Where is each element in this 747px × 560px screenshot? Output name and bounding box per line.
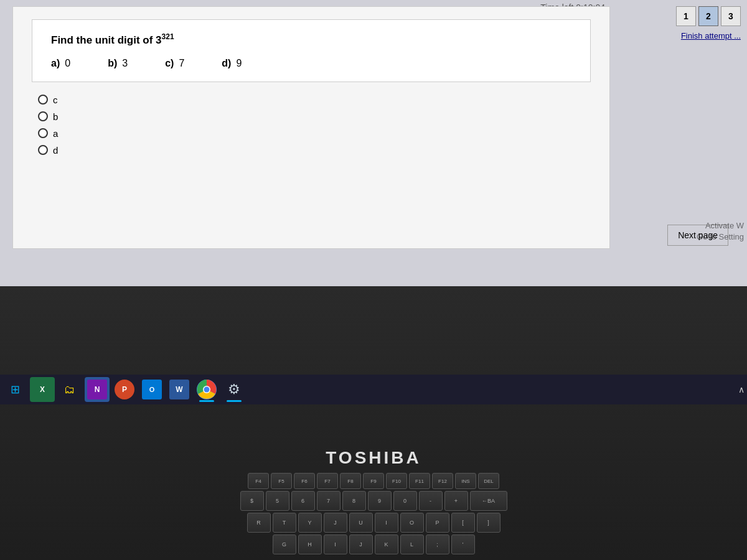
key-5[interactable]: 5 <box>266 491 289 511</box>
radio-label-b: b <box>53 111 58 122</box>
steam-active-indicator <box>227 400 242 402</box>
page-btn-2[interactable]: 2 <box>698 6 718 26</box>
radio-option-c[interactable]: c <box>38 95 591 105</box>
taskbar-excel-icon[interactable]: X <box>30 377 55 402</box>
svg-point-4 <box>204 387 210 393</box>
taskbar-word-icon[interactable]: W <box>167 377 192 402</box>
key-del[interactable]: DEL <box>478 473 499 489</box>
key-p[interactable]: P <box>426 513 449 533</box>
fn-key-row: F4 F5 F6 F7 F8 F9 F10 F11 F12 INS DEL <box>12 473 735 489</box>
key-f8[interactable]: F8 <box>340 473 361 489</box>
key-k[interactable]: K <box>375 534 398 554</box>
key-backspace[interactable]: ←BA <box>470 491 507 511</box>
key-bracket-r[interactable]: ] <box>477 513 500 533</box>
key-dash[interactable]: - <box>419 491 443 511</box>
radio-circle-c <box>38 95 48 105</box>
key-o[interactable]: O <box>400 513 424 533</box>
key-g[interactable]: G <box>273 534 296 554</box>
onenote-icon: N <box>87 380 107 399</box>
taskbar-chevron-up[interactable]: ∧ <box>738 385 745 394</box>
chrome-active-indicator <box>199 400 214 402</box>
radio-circle-a <box>38 128 48 138</box>
taskbar-chrome-icon[interactable] <box>194 377 219 402</box>
key-6[interactable]: 6 <box>291 491 315 511</box>
taskbar-onenote-icon[interactable]: N <box>85 377 110 402</box>
key-7[interactable]: 7 <box>317 491 341 511</box>
key-ins[interactable]: INS <box>455 473 476 489</box>
exponent: 321 <box>162 32 174 41</box>
key-u[interactable]: U <box>349 513 373 533</box>
quiz-container: Find the unit digit of 3321 a) 0 b) 3 c)… <box>12 6 610 249</box>
radio-circle-d <box>38 145 48 155</box>
key-f5[interactable]: F5 <box>271 473 292 489</box>
finish-attempt-button[interactable]: Finish attempt ... <box>681 31 741 40</box>
radio-label-c: c <box>53 95 58 105</box>
key-f12[interactable]: F12 <box>432 473 453 489</box>
key-l[interactable]: L <box>400 534 424 554</box>
key-j[interactable]: J <box>324 513 347 533</box>
folder-icon: 🗂 <box>64 383 75 396</box>
screen: Time left 0:10:04 Find the unit digit of… <box>0 0 747 286</box>
key-8[interactable]: 8 <box>342 491 366 511</box>
option-d-value: 9 <box>236 58 242 69</box>
right-sidebar: 1 2 3 Finish attempt ... <box>622 0 747 249</box>
steam-icon: ⚙ <box>228 381 240 398</box>
outlook-icon: O <box>142 380 162 399</box>
key-h[interactable]: H <box>298 534 322 554</box>
radio-options-group: c b a d <box>32 95 591 156</box>
windows-icon: ⊞ <box>11 383 20 396</box>
question-title: Find the unit digit of 3321 <box>51 32 571 47</box>
taskbar-powerpoint-icon[interactable]: P <box>112 377 137 402</box>
option-b-letter: b) <box>108 58 117 69</box>
option-c-letter: c) <box>165 58 174 69</box>
radio-option-a[interactable]: a <box>38 128 591 139</box>
taskbar-outlook-icon[interactable]: O <box>139 377 164 402</box>
key-i2[interactable]: I <box>324 534 347 554</box>
key-0[interactable]: 0 <box>393 491 417 511</box>
key-j2[interactable]: J <box>349 534 373 554</box>
key-9[interactable]: 9 <box>368 491 392 511</box>
laptop-keyboard-area: TOSHIBA F4 F5 F6 F7 F8 F9 F10 F11 F12 IN… <box>0 286 747 560</box>
qwerty-row: R T Y J U I O P [ ] <box>12 513 735 533</box>
key-f4[interactable]: F4 <box>248 473 269 489</box>
activate-windows-watermark: Activate W Go to Setting <box>697 220 744 243</box>
option-a-letter: a) <box>51 58 60 69</box>
key-y[interactable]: Y <box>298 513 322 533</box>
key-dollar[interactable]: $ <box>240 491 264 511</box>
page-numbers: 1 2 3 <box>676 6 741 26</box>
key-bracket-l[interactable]: [ <box>451 513 475 533</box>
option-d: d) 9 <box>222 58 242 69</box>
key-f9[interactable]: F9 <box>363 473 384 489</box>
option-a-value: 0 <box>65 58 70 69</box>
key-f10[interactable]: F10 <box>386 473 407 489</box>
page-btn-1[interactable]: 1 <box>676 6 696 26</box>
options-row: a) 0 b) 3 c) 7 d) 9 <box>51 58 571 69</box>
taskbar-windows-button[interactable]: ⊞ <box>2 377 27 402</box>
option-a: a) 0 <box>51 58 70 69</box>
key-r[interactable]: R <box>247 513 271 533</box>
excel-icon: X <box>40 385 45 394</box>
powerpoint-icon: P <box>115 380 134 399</box>
radio-circle-b <box>38 111 48 121</box>
key-t[interactable]: T <box>273 513 296 533</box>
key-i[interactable]: I <box>375 513 398 533</box>
key-semicolon[interactable]: ; <box>426 534 449 554</box>
taskbar-steam-icon[interactable]: ⚙ <box>222 377 247 402</box>
taskbar-folder-icon[interactable]: 🗂 <box>57 377 82 402</box>
taskbar: ⊞ X 🗂 N P O W <box>0 375 747 404</box>
key-f7[interactable]: F7 <box>317 473 338 489</box>
key-quote[interactable]: ' <box>451 534 475 554</box>
key-f11[interactable]: F11 <box>409 473 430 489</box>
option-b: b) 3 <box>108 58 128 69</box>
toshiba-brand-label: TOSHIBA <box>326 448 421 468</box>
radio-option-b[interactable]: b <box>38 111 591 122</box>
page-btn-3[interactable]: 3 <box>721 6 741 26</box>
keyboard: F4 F5 F6 F7 F8 F9 F10 F11 F12 INS DEL $ … <box>12 473 735 556</box>
key-plus[interactable]: + <box>444 491 468 511</box>
question-box: Find the unit digit of 3321 a) 0 b) 3 c)… <box>32 19 591 82</box>
option-c: c) 7 <box>165 58 184 69</box>
key-f6[interactable]: F6 <box>294 473 315 489</box>
radio-option-d[interactable]: d <box>38 145 591 156</box>
option-b-value: 3 <box>122 58 128 69</box>
option-c-value: 7 <box>179 58 184 69</box>
